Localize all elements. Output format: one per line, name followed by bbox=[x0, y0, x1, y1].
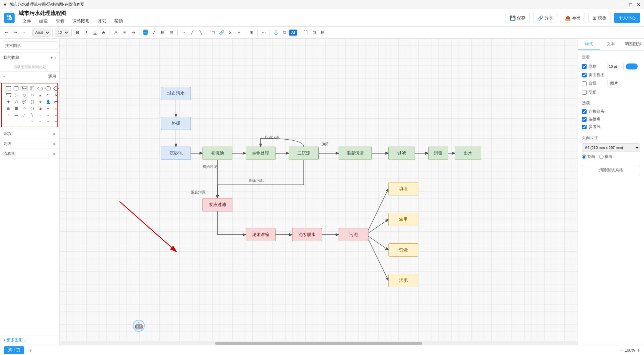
expand-button[interactable]: ⊞ bbox=[319, 29, 327, 37]
shape-list[interactable]: ☰ bbox=[13, 105, 20, 111]
grid-toggle[interactable] bbox=[626, 63, 638, 69]
node-secondary[interactable]: 二沉淀 bbox=[289, 147, 319, 160]
canvas-scrollbar[interactable] bbox=[60, 341, 578, 345]
font-size-select[interactable]: 12 bbox=[55, 29, 69, 37]
shape-rounded[interactable] bbox=[44, 85, 52, 91]
shape-table[interactable]: ⊞ bbox=[5, 105, 12, 111]
portrait-radio[interactable] bbox=[582, 155, 586, 159]
node-compost[interactable]: 沤肥 bbox=[388, 274, 418, 287]
shape-step[interactable]: ⌐ bbox=[44, 105, 52, 111]
table-button[interactable]: ⊞ bbox=[247, 29, 255, 37]
shape-icon-button[interactable]: ◻ bbox=[209, 29, 217, 37]
template-button[interactable]: ⊞ 模板 bbox=[588, 13, 611, 23]
anchor-button[interactable]: ⚓ bbox=[272, 29, 280, 37]
shape-hexagon[interactable]: ⬡ bbox=[21, 92, 28, 98]
strikethrough-button[interactable]: A bbox=[100, 29, 108, 37]
arrow-button[interactable]: → bbox=[180, 29, 188, 37]
shape-dline4[interactable]: ╍ bbox=[29, 119, 36, 125]
shape-plus[interactable]: + bbox=[5, 112, 12, 118]
shape-half-circle[interactable]: ◑ bbox=[37, 105, 44, 111]
shape-line1[interactable]: ╱ bbox=[21, 112, 28, 118]
node-sludge[interactable]: 污泥 bbox=[339, 228, 368, 241]
tab-text[interactable]: 文本 bbox=[600, 39, 622, 50]
font-select[interactable]: Arial bbox=[32, 29, 50, 37]
shape-db[interactable]: 🗃 bbox=[52, 99, 60, 105]
shape-cylinder[interactable]: ⬭ bbox=[29, 92, 36, 98]
sigma-button[interactable]: Σ bbox=[226, 29, 234, 37]
shape-line2[interactable]: ╲ bbox=[29, 112, 36, 118]
shape-arc[interactable]: ◠ bbox=[21, 105, 28, 111]
shape-arrow-l[interactable]: ← bbox=[52, 112, 60, 118]
italic-button[interactable]: I bbox=[82, 29, 90, 37]
shape-cross[interactable]: ✚ bbox=[5, 99, 12, 105]
waypoint-button[interactable]: ╲ bbox=[197, 29, 205, 37]
node-grit[interactable]: 沉砂池 bbox=[161, 147, 191, 160]
node-filter[interactable]: 过滤 bbox=[388, 147, 415, 160]
shape-ellipse[interactable] bbox=[37, 85, 44, 91]
line-color-button[interactable]: ╱ bbox=[150, 29, 158, 37]
maximize-button[interactable]: □ bbox=[628, 2, 633, 7]
forward-button[interactable]: → bbox=[20, 29, 28, 37]
landscape-option[interactable]: 横向 bbox=[599, 154, 612, 160]
grid-input[interactable] bbox=[607, 63, 624, 70]
menu-help[interactable]: 帮助 bbox=[113, 17, 124, 26]
connect-arrow-checkbox[interactable] bbox=[582, 109, 587, 114]
node-bio[interactable]: 生物处理 bbox=[246, 147, 276, 160]
ref-line-checkbox[interactable] bbox=[582, 125, 587, 129]
page-size-select[interactable]: A4 (210 mm x 297 mm) bbox=[582, 143, 640, 152]
page-tab[interactable]: 第 1 页 bbox=[4, 346, 24, 354]
my-shapes-header[interactable]: 我的收藏 + ↑ bbox=[0, 53, 59, 62]
redo-button[interactable]: ↪ bbox=[11, 29, 19, 37]
landscape-radio[interactable] bbox=[599, 155, 604, 159]
shape-brace[interactable]: { } bbox=[29, 105, 36, 111]
node-thickening[interactable]: 泥浆浓缩 bbox=[246, 228, 276, 241]
ai-robot-icon[interactable]: 🤖 bbox=[133, 320, 145, 332]
shape-person[interactable]: 👤 bbox=[44, 99, 52, 105]
node-primary[interactable]: 初沉池 bbox=[202, 147, 232, 160]
shape-cloud[interactable]: ☁ bbox=[37, 92, 44, 98]
copy-button[interactable]: ⧉ bbox=[281, 29, 288, 37]
save-button[interactable]: 💾 保存 bbox=[506, 13, 530, 23]
export-button[interactable]: 📤 导出 bbox=[561, 13, 585, 23]
shape-wave[interactable]: 〜 bbox=[44, 92, 52, 98]
shape-star[interactable]: ★ bbox=[37, 99, 44, 105]
grid-checkbox[interactable] bbox=[582, 64, 587, 69]
scrollbar-thumb[interactable] bbox=[215, 342, 422, 345]
connector-button[interactable]: ╱ bbox=[188, 29, 196, 37]
link-button[interactable]: 🔗 bbox=[218, 29, 226, 37]
shape-dline1[interactable]: ╌ bbox=[5, 119, 12, 125]
ai-button[interactable]: AI bbox=[289, 29, 297, 37]
shape-diamond[interactable] bbox=[52, 85, 60, 91]
general-header[interactable]: ▾ 通用 bbox=[0, 72, 59, 81]
node-coag[interactable]: 混凝沉淀 bbox=[339, 147, 372, 160]
undo-button[interactable]: ↩ bbox=[3, 29, 11, 37]
shape-note[interactable]: ⌈⌉ bbox=[29, 85, 36, 91]
node-effluent[interactable]: 出水 bbox=[455, 147, 481, 160]
node-disinfect[interactable]: 消毒 bbox=[428, 147, 448, 160]
fill-color-button[interactable]: 🪣 bbox=[141, 29, 149, 37]
more-button[interactable]: ⋯ bbox=[260, 29, 268, 37]
shape-frame[interactable]: ▭ bbox=[52, 105, 60, 111]
tab-adjust[interactable]: 调整图形 bbox=[622, 39, 644, 50]
indent-button[interactable]: ⇥ bbox=[129, 29, 137, 37]
portrait-option[interactable]: 竖向 bbox=[582, 154, 595, 160]
menu-adjust[interactable]: 调整图形 bbox=[71, 17, 91, 26]
shape-darrow2[interactable]: ⟹ bbox=[52, 119, 60, 125]
shape-rect-r[interactable] bbox=[13, 85, 20, 91]
fullscreen-button[interactable]: ⛶ bbox=[301, 29, 309, 37]
node-slurry-filter[interactable]: 浆液过滤 bbox=[202, 198, 232, 211]
node-landfill[interactable]: 填埋 bbox=[388, 182, 418, 195]
zoom-out-button[interactable]: − bbox=[620, 347, 623, 353]
shape-text[interactable]: Text bbox=[21, 85, 28, 91]
more-shapes-button[interactable]: + 更多图形... bbox=[0, 335, 59, 345]
shadow-checkbox[interactable] bbox=[582, 90, 587, 95]
close-button[interactable]: ✕ bbox=[636, 2, 641, 7]
shape-rect[interactable] bbox=[5, 85, 12, 91]
align-right-button[interactable]: ⊟ bbox=[167, 29, 175, 37]
menu-view[interactable]: 查看 bbox=[54, 17, 66, 26]
search-input[interactable] bbox=[3, 41, 57, 50]
zoom-in-button[interactable]: + bbox=[637, 347, 640, 353]
add-page-button[interactable]: + bbox=[27, 347, 34, 354]
sidebar-flowchart-section[interactable]: 流程图 ▶ bbox=[0, 149, 59, 159]
menu-file[interactable]: 文件 bbox=[21, 17, 33, 26]
